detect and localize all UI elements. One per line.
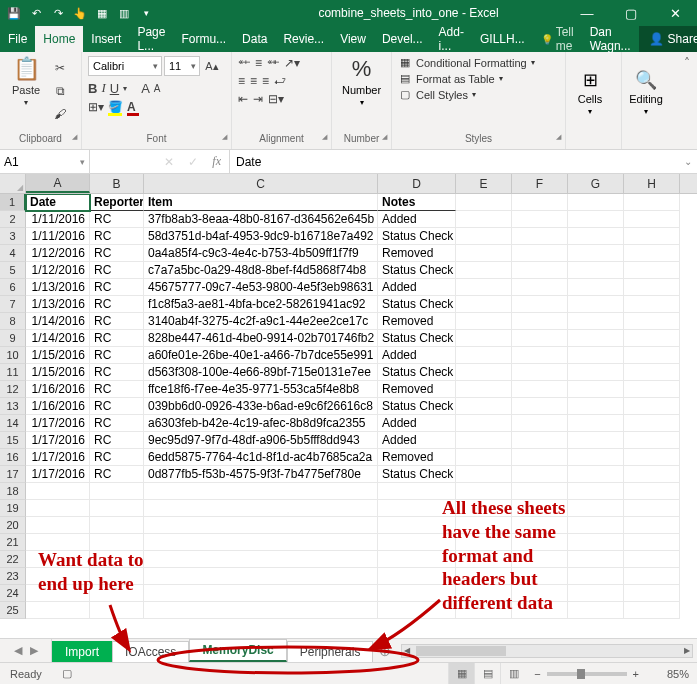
cell[interactable] <box>624 517 680 534</box>
conditional-formatting-button[interactable]: ▦ Conditional Formatting ▾ <box>398 56 535 69</box>
cell[interactable] <box>568 313 624 330</box>
touch-icon[interactable]: 👆 <box>72 5 88 21</box>
row-header[interactable]: 21 <box>0 534 26 551</box>
cell[interactable] <box>512 313 568 330</box>
cell[interactable]: RC <box>90 347 144 364</box>
collapse-ribbon-icon[interactable]: ˄ <box>678 52 696 149</box>
sheet-nav-next-icon[interactable]: ▶ <box>30 644 38 657</box>
new-sheet-button[interactable]: ⊕ <box>373 639 397 662</box>
cell[interactable]: 9ec95d97-9f7d-48df-a906-5b5fff8dd943 <box>144 432 378 449</box>
cell[interactable]: Added <box>378 432 456 449</box>
format-as-table-button[interactable]: ▤ Format as Table ▾ <box>398 72 503 85</box>
close-button[interactable]: ✕ <box>653 0 697 26</box>
cell[interactable]: Status Check <box>378 296 456 313</box>
cell[interactable] <box>512 602 568 619</box>
macro-record-icon[interactable]: ▢ <box>52 667 82 680</box>
cell[interactable]: c7a7a5bc-0a29-48d8-8bef-f4d5868f74b8 <box>144 262 378 279</box>
cell[interactable]: 3140ab4f-3275-4c2f-a9c1-44e2ee2ce17c <box>144 313 378 330</box>
cell[interactable] <box>512 279 568 296</box>
cell[interactable] <box>144 517 378 534</box>
cell[interactable]: Status Check <box>378 262 456 279</box>
row-header[interactable]: 24 <box>0 585 26 602</box>
cell[interactable]: 039bb6d0-0926-433e-b6ad-e9c6f26616c8 <box>144 398 378 415</box>
col-header-A[interactable]: A <box>26 174 90 193</box>
normal-view-icon[interactable]: ▦ <box>448 663 474 684</box>
tab-file[interactable]: File <box>0 26 35 52</box>
cell[interactable] <box>624 245 680 262</box>
qat-dropdown-icon[interactable]: ▾ <box>138 5 154 21</box>
cell[interactable] <box>90 500 144 517</box>
cell[interactable]: 828be447-461d-4be0-9914-02b701746fb2 <box>144 330 378 347</box>
cell[interactable]: 37fb8ab3-8eaa-48b0-8167-d364562e645b <box>144 211 378 228</box>
cell[interactable]: Status Check <box>378 398 456 415</box>
cell[interactable] <box>90 568 144 585</box>
row-header[interactable]: 3 <box>0 228 26 245</box>
sheet-tab-peripherals[interactable]: Peripherals <box>287 641 374 662</box>
cell[interactable]: RC <box>90 364 144 381</box>
zoom-slider[interactable] <box>547 672 627 676</box>
cell[interactable] <box>512 245 568 262</box>
cell[interactable] <box>512 585 568 602</box>
cell[interactable] <box>90 602 144 619</box>
align-top-icon[interactable]: ⬴ <box>238 56 250 70</box>
cell[interactable] <box>568 279 624 296</box>
cell[interactable] <box>26 500 90 517</box>
cell[interactable] <box>144 602 378 619</box>
cell[interactable] <box>624 466 680 483</box>
cell[interactable] <box>512 449 568 466</box>
cell[interactable]: Added <box>378 347 456 364</box>
cell[interactable] <box>512 262 568 279</box>
row-header[interactable]: 10 <box>0 347 26 364</box>
cell[interactable] <box>456 347 512 364</box>
cell[interactable] <box>456 194 512 211</box>
increase-indent-icon[interactable]: ⇥ <box>253 92 263 106</box>
cell[interactable]: Added <box>378 211 456 228</box>
cell[interactable] <box>26 585 90 602</box>
font-color-icon[interactable]: A <box>127 100 136 114</box>
row-header[interactable]: 16 <box>0 449 26 466</box>
cell[interactable] <box>378 517 456 534</box>
cell[interactable] <box>26 568 90 585</box>
row-header[interactable]: 6 <box>0 279 26 296</box>
cell[interactable]: a6303feb-b42e-4c19-afec-8b8d9fca2355 <box>144 415 378 432</box>
font-name-select[interactable]: Calibri <box>88 56 162 76</box>
row-header[interactable]: 4 <box>0 245 26 262</box>
borders-icon[interactable]: ⊞▾ <box>88 100 104 114</box>
cell[interactable] <box>512 551 568 568</box>
cut-icon[interactable]: ✂ <box>50 58 70 78</box>
cell[interactable] <box>26 551 90 568</box>
cell[interactable]: RC <box>90 466 144 483</box>
cell[interactable] <box>456 466 512 483</box>
row-header[interactable]: 17 <box>0 466 26 483</box>
cell[interactable] <box>568 296 624 313</box>
row-header[interactable]: 11 <box>0 364 26 381</box>
col-header-B[interactable]: B <box>90 174 144 193</box>
cell[interactable] <box>512 364 568 381</box>
cell[interactable] <box>456 245 512 262</box>
wrap-text-icon[interactable]: ⮐ <box>274 74 286 88</box>
col-header-F[interactable]: F <box>512 174 568 193</box>
tab-custom[interactable]: GILLH... <box>472 26 533 52</box>
cell[interactable] <box>90 585 144 602</box>
cell[interactable] <box>378 500 456 517</box>
merge-icon[interactable]: ⊟▾ <box>268 92 284 106</box>
cell[interactable] <box>26 534 90 551</box>
cell[interactable] <box>568 432 624 449</box>
zoom-in-icon[interactable]: + <box>633 668 639 680</box>
cell[interactable] <box>568 211 624 228</box>
row-header[interactable]: 13 <box>0 398 26 415</box>
cell[interactable] <box>456 279 512 296</box>
cell[interactable] <box>456 568 512 585</box>
cell[interactable] <box>624 364 680 381</box>
name-box[interactable]: A1 <box>0 150 90 173</box>
cell[interactable] <box>456 534 512 551</box>
row-header[interactable]: 14 <box>0 415 26 432</box>
cell[interactable]: f1c8f5a3-ae81-4bfa-bce2-58261941ac92 <box>144 296 378 313</box>
cell[interactable] <box>512 296 568 313</box>
cell[interactable]: d563f308-100e-4e66-89bf-715e0131e7ee <box>144 364 378 381</box>
cell[interactable]: 45675777-09c7-4e53-9800-4e5f3eb98631 <box>144 279 378 296</box>
page-break-view-icon[interactable]: ▥ <box>500 663 526 684</box>
align-bottom-icon[interactable]: ⬵ <box>267 56 279 70</box>
cell[interactable] <box>568 534 624 551</box>
cell[interactable]: Reporter <box>90 194 144 211</box>
